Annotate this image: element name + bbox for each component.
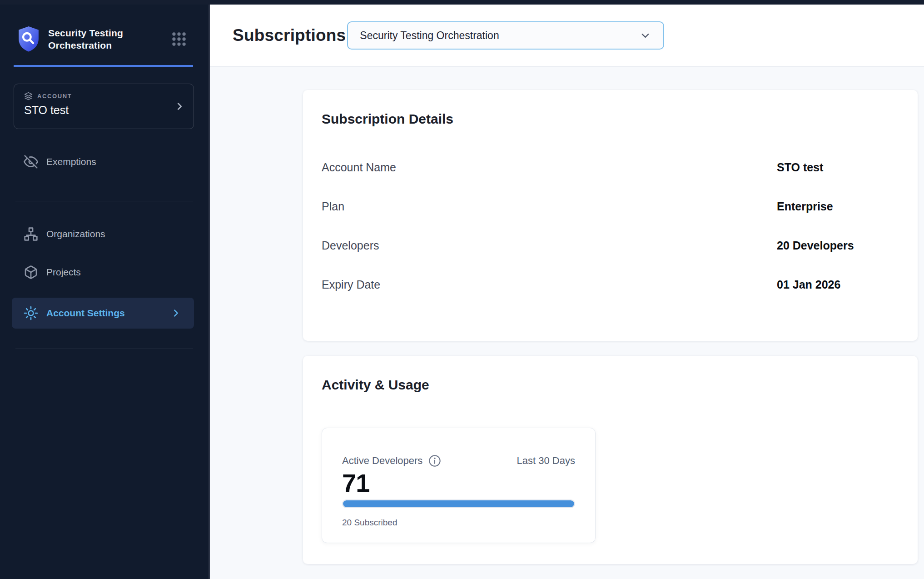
product-logo-row: Security Testing Orchestration — [0, 5, 209, 53]
app-grid-icon[interactable] — [170, 30, 188, 48]
detail-row-developers: Developers 20 Developers — [322, 238, 918, 253]
detail-label: Plan — [322, 199, 777, 214]
account-scope-card[interactable]: ACCOUNT STO test — [14, 84, 194, 129]
metric-label: Active Developers — [342, 455, 422, 467]
org-chart-icon — [24, 227, 38, 241]
account-name: STO test — [24, 104, 184, 117]
chevron-down-icon — [639, 30, 651, 42]
detail-label: Account Name — [322, 160, 777, 175]
detail-label: Expiry Date — [322, 277, 777, 292]
active-developers-count: 71 — [342, 469, 575, 497]
detail-value: Enterprise — [777, 199, 918, 214]
sidebar-item-label: Account Settings — [46, 308, 125, 319]
activity-usage-card: Activity & Usage Active Developers Last … — [303, 356, 918, 564]
sidebar: Security Testing Orchestration ACCOUNT S… — [0, 5, 210, 579]
detail-row-plan: Plan Enterprise — [322, 199, 918, 214]
sidebar-item-label: Exemptions — [46, 156, 96, 167]
detail-value: 01 Jan 2026 — [777, 277, 918, 292]
activity-usage-title: Activity & Usage — [322, 376, 918, 394]
detail-value: STO test — [777, 160, 918, 175]
gear-icon — [24, 306, 38, 320]
page-title: Subscriptions — [233, 26, 346, 45]
subscription-details-title: Subscription Details — [322, 110, 918, 128]
detail-row-expiry-date: Expiry Date 01 Jan 2026 — [322, 277, 918, 292]
product-title: Security Testing Orchestration — [48, 27, 123, 51]
cube-icon — [24, 265, 38, 280]
active-developers-progress-track — [342, 499, 575, 508]
eye-off-icon — [24, 155, 38, 169]
sidebar-item-label: Projects — [46, 267, 81, 278]
sidebar-nav: Exemptions Organizations Projects — [0, 149, 209, 349]
active-developers-progress-fill — [343, 500, 574, 507]
sto-shield-logo-icon — [17, 25, 40, 53]
info-icon[interactable] — [428, 454, 441, 467]
active-developers-metric-card: Active Developers Last 30 Days 71 20 Sub… — [322, 428, 596, 543]
module-selector-dropdown[interactable]: Security Testing Orchestration — [347, 21, 664, 50]
page-header: Subscriptions Security Testing Orchestra… — [210, 5, 924, 67]
layers-icon — [24, 92, 33, 100]
module-selector-value: Security Testing Orchestration — [360, 30, 499, 42]
subscription-details-card: Subscription Details Account Name STO te… — [303, 90, 918, 341]
detail-value: 20 Developers — [777, 238, 918, 253]
sidebar-item-organizations[interactable]: Organizations — [0, 221, 209, 247]
chevron-right-icon — [169, 308, 183, 318]
detail-row-account-name: Account Name STO test — [322, 160, 918, 175]
sidebar-item-projects[interactable]: Projects — [0, 260, 209, 285]
account-label-row: ACCOUNT — [24, 92, 184, 100]
window-top-strip — [0, 0, 924, 5]
subscription-detail-rows: Account Name STO test Plan Enterprise De… — [322, 160, 918, 292]
sidebar-divider — [15, 201, 193, 201]
sidebar-item-account-settings[interactable]: Account Settings — [12, 298, 194, 329]
account-scope-label: ACCOUNT — [37, 93, 72, 100]
sidebar-item-label: Organizations — [46, 229, 105, 240]
sidebar-divider — [15, 349, 193, 349]
main-area: Subscriptions Security Testing Orchestra… — [210, 5, 924, 579]
detail-label: Developers — [322, 238, 777, 253]
app-root: Security Testing Orchestration ACCOUNT S… — [0, 5, 924, 579]
page-content: Subscription Details Account Name STO te… — [210, 67, 924, 579]
metric-period: Last 30 Days — [517, 455, 575, 467]
subscribed-count: 20 Subscribed — [342, 518, 575, 528]
sidebar-item-exemptions[interactable]: Exemptions — [0, 149, 209, 175]
metric-top-row: Active Developers Last 30 Days — [342, 454, 575, 467]
logo-accent-underline — [14, 65, 193, 67]
chevron-right-icon — [174, 101, 184, 111]
